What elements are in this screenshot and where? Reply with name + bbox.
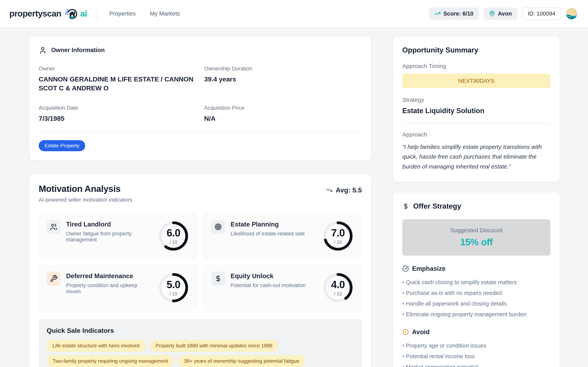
opportunity-summary-card: Opportunity Summary Approach Timing NEXT… — [393, 36, 560, 182]
approach-timing-value: NEXT90DAYS — [402, 74, 550, 88]
quick-sale-pill: 39+ years of ownership suggesting potent… — [178, 355, 305, 367]
indicator-text: Equity Unlock Potential for cash-out mot… — [231, 272, 317, 288]
average-score: Avg: 5.5 — [326, 186, 362, 194]
property-id-label: ID: 100094 — [528, 10, 555, 17]
score-gauge: 7.0 / 10 — [322, 220, 354, 252]
gauge-score: 7.0 — [331, 227, 345, 239]
trending-down-icon — [326, 187, 333, 194]
approach-label: Approach — [402, 131, 550, 138]
indicator-grid: Tired Landlord Owner fatigue from proper… — [39, 213, 362, 311]
nav-properties[interactable]: Properties — [109, 10, 136, 17]
field-label: Acquisition Date — [39, 105, 196, 111]
average-score-label: Avg: 5.5 — [336, 186, 362, 194]
field-value: 39.4 years — [204, 75, 362, 84]
emphasize-item: Purchase as-is with no repairs needed — [402, 288, 550, 298]
brand-name: propertyscan — [9, 9, 61, 18]
avoid-item: Property age or condition issues — [402, 340, 550, 351]
indicator-deferred-maintenance: Deferred Maintenance Property condition … — [39, 265, 197, 311]
emphasize-item: Quick cash closing to simplify estate ma… — [402, 277, 550, 288]
strategy-value: Estate Liquidity Solution — [402, 107, 550, 115]
opportunity-title: Opportunity Summary — [402, 46, 550, 54]
gauge-denominator: / 10 — [334, 240, 342, 245]
field-value: CANNON GERALDINE M LIFE ESTATE / CANNON … — [39, 75, 196, 93]
motivation-header: Motivation Analysis AI-powered seller mo… — [39, 184, 362, 203]
indicator-estate-planning: Estate Planning Likelihood of estate-rel… — [203, 213, 362, 259]
indicator-tired-landlord: Tired Landlord Owner fatigue from proper… — [39, 213, 197, 259]
field-value: N/A — [204, 114, 362, 123]
field-acquisition-price: Acquisition Price N/A — [204, 105, 362, 123]
person-icon — [39, 46, 47, 54]
nav-my-markets[interactable]: My Markets — [150, 10, 180, 17]
score-gauge: 6.0 / 10 — [158, 220, 189, 252]
score-gauge: 4.0 / 10 — [322, 272, 354, 304]
quick-sale-pills: Life estate structure with heirs involve… — [47, 340, 354, 367]
right-column: Opportunity Summary Approach Timing NEXT… — [393, 36, 560, 367]
target-icon — [214, 223, 222, 231]
approach-timing-label: Approach Timing — [402, 63, 550, 69]
indicator-name: Deferred Maintenance — [66, 272, 152, 280]
indicator-description: Likelihood of estate-related sale — [231, 231, 317, 237]
main-content: Owner Information Owner CANNON GERALDINE… — [0, 28, 588, 367]
score-chip: Score: 6/10 — [429, 7, 479, 20]
indicator-text: Tired Landlord Owner fatigue from proper… — [66, 220, 152, 243]
header-divider — [97, 7, 97, 20]
discount-value: 15% off — [406, 237, 546, 247]
dollar-icon — [214, 275, 222, 283]
emphasize-list: Quick cash closing to simplify estate ma… — [402, 277, 550, 320]
indicator-description: Owner fatigue from property management — [66, 231, 152, 243]
avoid-title: Avoid — [412, 328, 429, 336]
emphasize-item: Handle all paperwork and closing details — [402, 298, 550, 309]
field-label: Acquisition Price — [204, 105, 362, 111]
estate-property-badge: Estate Property — [39, 140, 85, 151]
indicator-icon-box — [211, 220, 225, 234]
top-nav-bar: propertyscan ai Properties My Markets Sc… — [0, 0, 588, 28]
emphasize-header: Emphasize — [402, 265, 550, 272]
gauge-denominator: / 10 — [334, 291, 342, 297]
divider — [39, 132, 362, 132]
brand-logo[interactable]: propertyscan ai — [9, 7, 87, 21]
field-label: Ownership Duration — [204, 66, 362, 72]
indicator-icon-box — [211, 272, 225, 285]
users-icon — [50, 223, 58, 231]
main-nav: Properties My Markets — [109, 10, 180, 17]
quick-sale-indicators: Quick Sale Indicators Life estate struct… — [39, 319, 362, 367]
discount-label: Suggested Discount — [406, 227, 546, 234]
user-avatar[interactable] — [566, 8, 577, 19]
owner-fields: Owner CANNON GERALDINE M LIFE ESTATE / C… — [39, 66, 362, 123]
quick-sale-title: Quick Sale Indicators — [47, 327, 354, 334]
motivation-subtitle: AI-powered seller motivation indicators — [39, 197, 132, 203]
house-logo-icon — [64, 7, 78, 21]
field-label: Owner — [39, 66, 196, 72]
offer-strategy-header: Offer Strategy — [402, 202, 550, 210]
check-circle-icon — [402, 265, 409, 272]
quick-sale-pill: Two-family property requiring ongoing ma… — [47, 355, 174, 367]
alert-circle-icon — [402, 329, 409, 335]
indicator-icon-box — [47, 272, 61, 285]
gauge-denominator: / 10 — [169, 291, 177, 297]
owner-card-header: Owner Information — [39, 46, 362, 54]
avoid-header: Avoid — [402, 328, 550, 336]
indicator-name: Equity Unlock — [231, 272, 317, 280]
owner-card-title: Owner Information — [51, 47, 105, 54]
indicator-description: Property condition and upkeep issues — [66, 283, 152, 294]
score-chip-label: Score: 6/10 — [443, 10, 473, 17]
score-gauge: 5.0 / 10 — [158, 272, 189, 304]
avoid-item: Potential rental income loss — [402, 351, 550, 362]
field-ownership-duration: Ownership Duration 39.4 years — [204, 66, 362, 93]
indicator-description: Potential for cash-out motivation — [231, 283, 317, 288]
brand-suffix: ai — [80, 9, 87, 18]
emphasize-item: Eliminate ongoing property management bu… — [402, 309, 550, 320]
owner-information-card: Owner Information Owner CANNON GERALDINE… — [29, 36, 371, 161]
indicator-icon-box — [47, 220, 61, 234]
approach-quote: “I help families simplify estate propert… — [402, 142, 550, 171]
avoid-item: Market appreciation potential — [402, 362, 550, 367]
trending-up-icon — [434, 10, 441, 17]
header-right: Score: 6/10 Avon ID: 100094 — [429, 7, 577, 20]
dollar-icon — [402, 203, 409, 210]
wrench-icon — [50, 275, 58, 283]
indicator-equity-unlock: Equity Unlock Potential for cash-out mot… — [203, 265, 362, 311]
field-acquisition-date: Acquisition Date 7/3/1985 — [39, 105, 196, 123]
emphasize-title: Emphasize — [412, 265, 445, 272]
gauge-score: 6.0 — [167, 227, 180, 239]
suggested-discount-box: Suggested Discount 15% off — [402, 219, 550, 256]
